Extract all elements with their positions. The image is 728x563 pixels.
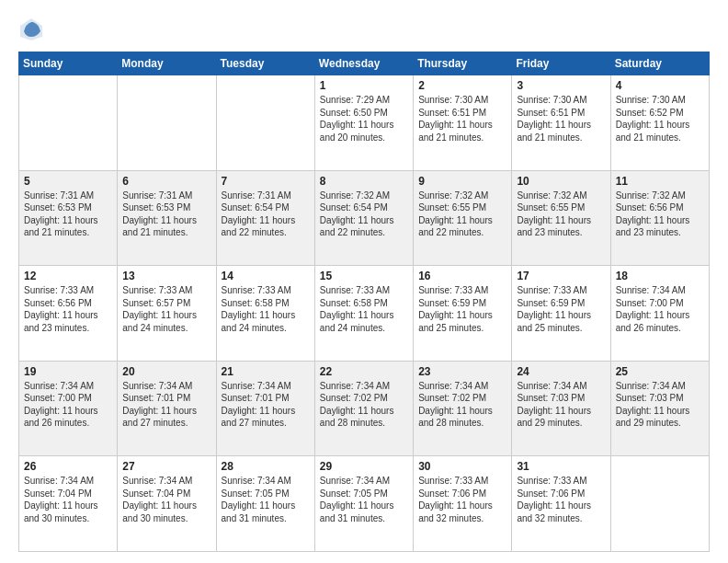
weekday-header-tuesday: Tuesday — [216, 52, 314, 75]
day-info: Sunrise: 7:34 AM Sunset: 7:03 PM Dayligh… — [517, 380, 605, 430]
day-number: 31 — [517, 460, 605, 473]
day-number: 2 — [418, 79, 506, 92]
day-info: Sunrise: 7:30 AM Sunset: 6:51 PM Dayligh… — [418, 94, 506, 144]
day-number: 7 — [222, 175, 310, 188]
day-info: Sunrise: 7:34 AM Sunset: 7:02 PM Dayligh… — [418, 380, 506, 430]
calendar-cell: 30Sunrise: 7:33 AM Sunset: 7:06 PM Dayli… — [414, 456, 512, 552]
week-row-1: 1Sunrise: 7:29 AM Sunset: 6:50 PM Daylig… — [19, 75, 710, 171]
week-row-5: 26Sunrise: 7:34 AM Sunset: 7:04 PM Dayli… — [19, 456, 710, 552]
calendar-cell: 7Sunrise: 7:31 AM Sunset: 6:54 PM Daylig… — [216, 170, 314, 266]
calendar-cell: 26Sunrise: 7:34 AM Sunset: 7:04 PM Dayli… — [19, 456, 118, 552]
weekday-header-row: SundayMondayTuesdayWednesdayThursdayFrid… — [19, 52, 710, 75]
calendar-cell: 24Sunrise: 7:34 AM Sunset: 7:03 PM Dayli… — [512, 361, 610, 456]
day-info: Sunrise: 7:33 AM Sunset: 6:59 PM Dayligh… — [517, 284, 605, 334]
calendar-cell: 21Sunrise: 7:34 AM Sunset: 7:01 PM Dayli… — [216, 361, 314, 456]
day-info: Sunrise: 7:34 AM Sunset: 7:04 PM Dayligh… — [24, 475, 112, 524]
day-info: Sunrise: 7:31 AM Sunset: 6:54 PM Dayligh… — [222, 190, 310, 239]
day-number: 6 — [122, 175, 210, 188]
day-info: Sunrise: 7:32 AM Sunset: 6:56 PM Dayligh… — [616, 190, 704, 239]
day-number: 18 — [616, 270, 704, 282]
day-info: Sunrise: 7:32 AM Sunset: 6:55 PM Dayligh… — [418, 190, 506, 239]
calendar-cell: 5Sunrise: 7:31 AM Sunset: 6:53 PM Daylig… — [19, 170, 118, 266]
day-info: Sunrise: 7:31 AM Sunset: 6:53 PM Dayligh… — [122, 190, 210, 239]
page: SundayMondayTuesdayWednesdayThursdayFrid… — [0, 0, 728, 563]
day-number: 3 — [517, 79, 605, 92]
calendar-cell: 15Sunrise: 7:33 AM Sunset: 6:58 PM Dayli… — [314, 266, 413, 362]
day-number: 29 — [320, 460, 408, 473]
calendar-cell — [19, 75, 118, 171]
week-row-4: 19Sunrise: 7:34 AM Sunset: 7:00 PM Dayli… — [19, 361, 710, 456]
day-info: Sunrise: 7:33 AM Sunset: 6:56 PM Dayligh… — [24, 284, 112, 334]
weekday-header-saturday: Saturday — [610, 52, 709, 75]
day-info: Sunrise: 7:34 AM Sunset: 7:05 PM Dayligh… — [320, 475, 408, 524]
day-number: 28 — [222, 460, 310, 473]
day-number: 13 — [122, 270, 210, 282]
calendar-cell: 17Sunrise: 7:33 AM Sunset: 6:59 PM Dayli… — [512, 266, 610, 362]
day-number: 20 — [122, 365, 210, 378]
day-number: 25 — [616, 365, 704, 378]
calendar-cell: 31Sunrise: 7:33 AM Sunset: 7:06 PM Dayli… — [512, 456, 610, 552]
day-number: 11 — [616, 175, 704, 188]
day-number: 24 — [517, 365, 605, 378]
day-info: Sunrise: 7:33 AM Sunset: 6:58 PM Dayligh… — [222, 284, 310, 334]
day-number: 12 — [24, 270, 112, 282]
calendar-cell: 16Sunrise: 7:33 AM Sunset: 6:59 PM Dayli… — [414, 266, 512, 362]
day-info: Sunrise: 7:32 AM Sunset: 6:54 PM Dayligh… — [320, 190, 408, 239]
day-info: Sunrise: 7:33 AM Sunset: 7:06 PM Dayligh… — [517, 475, 605, 524]
day-number: 19 — [24, 365, 112, 378]
calendar-cell: 11Sunrise: 7:32 AM Sunset: 6:56 PM Dayli… — [610, 170, 709, 266]
day-number: 9 — [418, 175, 506, 188]
day-number: 17 — [517, 270, 605, 282]
day-number: 15 — [320, 270, 408, 282]
calendar-table: SundayMondayTuesdayWednesdayThursdayFrid… — [18, 52, 710, 552]
day-number: 8 — [320, 175, 408, 188]
calendar-cell: 22Sunrise: 7:34 AM Sunset: 7:02 PM Dayli… — [314, 361, 413, 456]
calendar-cell: 6Sunrise: 7:31 AM Sunset: 6:53 PM Daylig… — [118, 170, 216, 266]
calendar-cell: 2Sunrise: 7:30 AM Sunset: 6:51 PM Daylig… — [414, 75, 512, 171]
calendar-cell: 10Sunrise: 7:32 AM Sunset: 6:55 PM Dayli… — [512, 170, 610, 266]
day-info: Sunrise: 7:33 AM Sunset: 6:58 PM Dayligh… — [320, 284, 408, 334]
day-info: Sunrise: 7:34 AM Sunset: 7:02 PM Dayligh… — [320, 380, 408, 430]
calendar-cell: 1Sunrise: 7:29 AM Sunset: 6:50 PM Daylig… — [314, 75, 413, 171]
day-info: Sunrise: 7:31 AM Sunset: 6:53 PM Dayligh… — [24, 190, 112, 239]
calendar-cell — [610, 456, 709, 552]
day-number: 14 — [222, 270, 310, 282]
calendar-cell: 13Sunrise: 7:33 AM Sunset: 6:57 PM Dayli… — [118, 266, 216, 362]
calendar-cell: 23Sunrise: 7:34 AM Sunset: 7:02 PM Dayli… — [414, 361, 512, 456]
week-row-2: 5Sunrise: 7:31 AM Sunset: 6:53 PM Daylig… — [19, 170, 710, 266]
day-info: Sunrise: 7:33 AM Sunset: 7:06 PM Dayligh… — [418, 475, 506, 524]
day-number: 30 — [418, 460, 506, 473]
calendar-cell: 25Sunrise: 7:34 AM Sunset: 7:03 PM Dayli… — [610, 361, 709, 456]
logo — [18, 17, 48, 42]
day-info: Sunrise: 7:29 AM Sunset: 6:50 PM Dayligh… — [320, 94, 408, 144]
day-number: 22 — [320, 365, 408, 378]
calendar-cell: 20Sunrise: 7:34 AM Sunset: 7:01 PM Dayli… — [118, 361, 216, 456]
calendar-cell: 4Sunrise: 7:30 AM Sunset: 6:52 PM Daylig… — [610, 75, 709, 171]
day-number: 23 — [418, 365, 506, 378]
day-info: Sunrise: 7:34 AM Sunset: 7:04 PM Dayligh… — [122, 475, 210, 524]
day-number: 16 — [418, 270, 506, 282]
calendar-cell: 28Sunrise: 7:34 AM Sunset: 7:05 PM Dayli… — [216, 456, 314, 552]
day-info: Sunrise: 7:34 AM Sunset: 7:01 PM Dayligh… — [122, 380, 210, 430]
weekday-header-thursday: Thursday — [414, 52, 512, 75]
day-number: 21 — [222, 365, 310, 378]
day-info: Sunrise: 7:34 AM Sunset: 7:00 PM Dayligh… — [616, 284, 704, 334]
day-info: Sunrise: 7:34 AM Sunset: 7:01 PM Dayligh… — [222, 380, 310, 430]
day-number: 10 — [517, 175, 605, 188]
day-info: Sunrise: 7:32 AM Sunset: 6:55 PM Dayligh… — [517, 190, 605, 239]
calendar-cell: 9Sunrise: 7:32 AM Sunset: 6:55 PM Daylig… — [414, 170, 512, 266]
day-number: 1 — [320, 79, 408, 92]
calendar-cell: 27Sunrise: 7:34 AM Sunset: 7:04 PM Dayli… — [118, 456, 216, 552]
day-info: Sunrise: 7:33 AM Sunset: 6:57 PM Dayligh… — [122, 284, 210, 334]
day-number: 5 — [24, 175, 112, 188]
day-info: Sunrise: 7:34 AM Sunset: 7:05 PM Dayligh… — [222, 475, 310, 524]
calendar-cell — [118, 75, 216, 171]
calendar-cell: 3Sunrise: 7:30 AM Sunset: 6:51 PM Daylig… — [512, 75, 610, 171]
calendar-cell: 29Sunrise: 7:34 AM Sunset: 7:05 PM Dayli… — [314, 456, 413, 552]
calendar-cell — [216, 75, 314, 171]
day-info: Sunrise: 7:34 AM Sunset: 7:03 PM Dayligh… — [616, 380, 704, 430]
calendar-cell: 19Sunrise: 7:34 AM Sunset: 7:00 PM Dayli… — [19, 361, 118, 456]
calendar-cell: 18Sunrise: 7:34 AM Sunset: 7:00 PM Dayli… — [610, 266, 709, 362]
day-number: 26 — [24, 460, 112, 473]
weekday-header-friday: Friday — [512, 52, 610, 75]
